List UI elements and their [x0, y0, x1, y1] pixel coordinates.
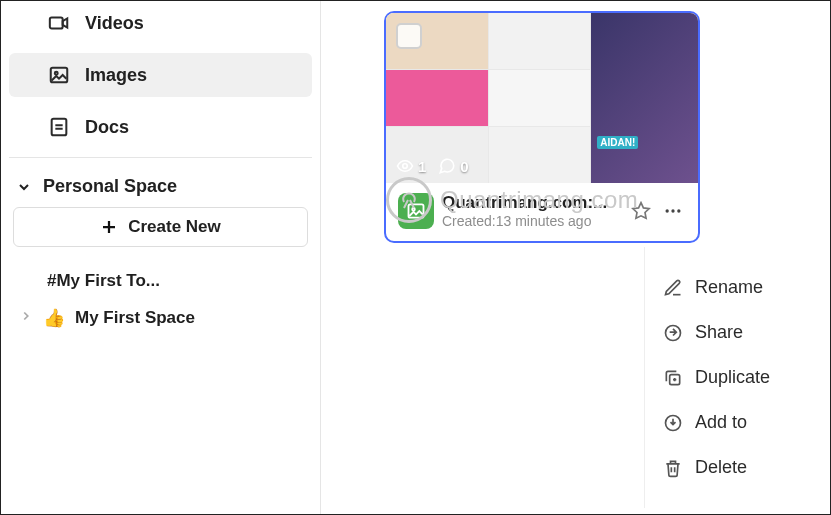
- sidebar: Videos Images Docs Personal Space Create…: [1, 1, 321, 514]
- image-icon: [47, 63, 71, 87]
- svg-point-9: [677, 209, 680, 212]
- site-avatar-icon: [398, 193, 434, 229]
- chevron-right-icon: [19, 308, 33, 328]
- duplicate-icon: [663, 368, 683, 388]
- menu-rename-label: Rename: [695, 277, 763, 298]
- nav-images[interactable]: Images: [9, 53, 312, 97]
- views-count: 1: [418, 158, 426, 175]
- video-icon: [47, 11, 71, 35]
- card-created: Created:13 minutes ago: [442, 213, 620, 229]
- space-hash-item[interactable]: #My First To...: [9, 263, 312, 299]
- menu-delete[interactable]: Delete: [655, 445, 820, 490]
- create-new-label: Create New: [128, 217, 221, 237]
- card-thumbnail: 1 0: [386, 13, 698, 183]
- menu-delete-label: Delete: [695, 457, 747, 478]
- main-area: Quantrimang.com 1 0: [322, 1, 830, 514]
- dots-icon: [663, 201, 683, 221]
- comments-stat: 0: [438, 157, 468, 175]
- divider: [9, 157, 312, 158]
- svg-point-7: [666, 209, 669, 212]
- menu-share[interactable]: Share: [655, 310, 820, 355]
- card-item[interactable]: 1 0 Quantrimang.com:... Created:13 minut…: [384, 11, 700, 243]
- views-stat: 1: [396, 157, 426, 175]
- menu-share-label: Share: [695, 322, 743, 343]
- eye-icon: [396, 157, 414, 175]
- section-personal-space[interactable]: Personal Space: [9, 172, 312, 207]
- menu-add-to[interactable]: Add to: [655, 400, 820, 445]
- card-text: Quantrimang.com:... Created:13 minutes a…: [442, 193, 620, 229]
- share-icon: [663, 323, 683, 343]
- nav-docs-label: Docs: [85, 117, 129, 138]
- menu-addto-label: Add to: [695, 412, 747, 433]
- trash-icon: [663, 458, 683, 478]
- star-icon: [631, 201, 651, 221]
- menu-rename[interactable]: Rename: [655, 265, 820, 310]
- space-item-label: My First Space: [75, 308, 195, 328]
- chevron-down-icon: [15, 178, 33, 196]
- create-new-button[interactable]: Create New: [13, 207, 308, 247]
- docs-icon: [47, 115, 71, 139]
- section-label: Personal Space: [43, 176, 177, 197]
- svg-point-6: [412, 208, 415, 211]
- card-footer: Quantrimang.com:... Created:13 minutes a…: [386, 183, 698, 241]
- edit-icon: [663, 278, 683, 298]
- svg-point-2: [55, 72, 58, 75]
- thumbs-up-icon: 👍: [43, 307, 65, 329]
- space-hash-label: #My First To...: [47, 271, 160, 291]
- svg-rect-0: [50, 18, 63, 29]
- plus-icon: [100, 218, 118, 236]
- svg-point-4: [403, 164, 408, 169]
- star-button[interactable]: [628, 198, 654, 224]
- nav-docs[interactable]: Docs: [9, 105, 312, 149]
- nav-videos[interactable]: Videos: [9, 1, 312, 45]
- nav-videos-label: Videos: [85, 13, 144, 34]
- context-menu: Rename Share Duplicate Add to Delete: [644, 247, 830, 508]
- menu-duplicate[interactable]: Duplicate: [655, 355, 820, 400]
- comment-icon: [438, 157, 456, 175]
- select-checkbox[interactable]: [396, 23, 422, 49]
- card-title: Quantrimang.com:...: [442, 193, 620, 213]
- comments-count: 0: [460, 158, 468, 175]
- menu-duplicate-label: Duplicate: [695, 367, 770, 388]
- space-my-first[interactable]: 👍 My First Space: [9, 299, 312, 337]
- more-button[interactable]: [660, 198, 686, 224]
- thumbnail-stats: 1 0: [396, 157, 469, 175]
- download-icon: [663, 413, 683, 433]
- svg-point-8: [671, 209, 674, 212]
- svg-rect-3: [52, 119, 67, 136]
- nav-images-label: Images: [85, 65, 147, 86]
